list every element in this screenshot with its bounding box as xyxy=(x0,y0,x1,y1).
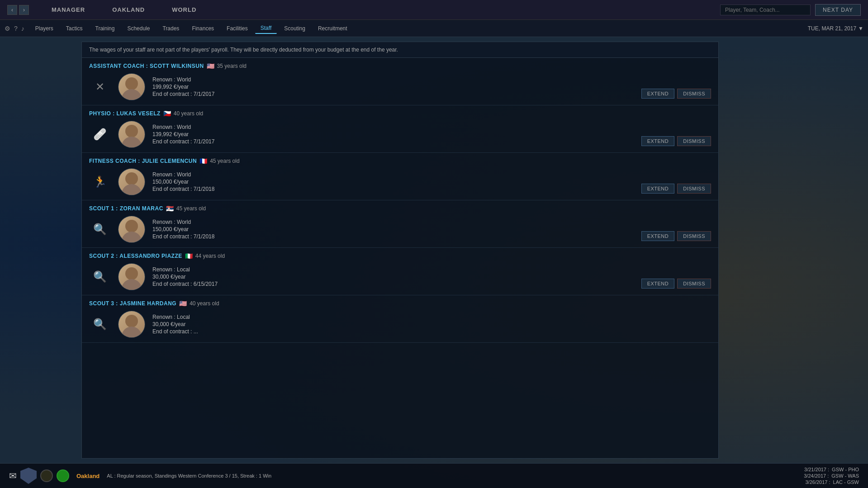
tab-trades[interactable]: Trades xyxy=(157,24,185,33)
staff-actions-physio: EXTEND DISMISS xyxy=(641,136,711,146)
league-status: AL : Regular season, Standings Western C… xyxy=(107,473,271,479)
bottom-right: 3/21/2017 : GSW - PHO 3/24/2017 : GSW - … xyxy=(804,467,859,485)
nav-forward-button[interactable]: › xyxy=(19,5,29,15)
staff-item-scout1: SCOUT 1 : ZORAN MARAC 🇷🇸 45 years old 🔍 … xyxy=(82,200,718,248)
staff-contract-scout3: End of contract : ... xyxy=(152,328,198,335)
staff-renown-scout3: Renown : Local xyxy=(152,314,198,320)
staff-actions-scout1: EXTEND DISMISS xyxy=(641,231,711,241)
staff-actions-assistant-coach: EXTEND DISMISS xyxy=(641,89,711,99)
staff-contract-fitness-coach: End of contract : 7/1/2018 xyxy=(152,186,214,192)
extend-button-scout2[interactable]: EXTEND xyxy=(641,279,675,289)
match-row-2: 3/24/2017 : GSW - WAS xyxy=(804,473,859,479)
staff-body-scout1: 🔍 Renown : World 150,000 €/year End of c… xyxy=(89,216,711,243)
staff-renown-fitness-coach: Renown : World xyxy=(152,171,214,178)
tab-facilities[interactable]: Facilities xyxy=(221,24,253,33)
bottom-bar: ✉ Oakland AL : Regular season, Standings… xyxy=(0,463,868,488)
match-teams-2: GSW - WAS xyxy=(831,473,859,479)
staff-age-scout2: 44 years old xyxy=(195,253,225,259)
avatar-face-fitness-coach xyxy=(119,169,145,195)
match-teams-3: LAC - GSW xyxy=(833,479,859,485)
staff-body-physio: 🩹 Renown : World 139,992 €/year End of c… xyxy=(89,121,711,148)
extend-button-assistant-coach[interactable]: EXTEND xyxy=(641,89,675,99)
tab-finances[interactable]: Finances xyxy=(186,24,219,33)
staff-avatar-fitness-coach xyxy=(118,168,145,195)
settings-icon[interactable]: ⚙ xyxy=(5,25,10,32)
staff-contract-scout2: End of contract : 6/15/2017 xyxy=(152,281,218,287)
staff-header-physio: PHYSIO : LUKAS VESELZ 🇨🇿 40 years old xyxy=(89,110,711,117)
staff-salary-fitness-coach: 150,000 €/year xyxy=(152,179,214,185)
staff-role-name-scout2: SCOUT 2 : ALESSANDRO PIAZZE xyxy=(89,253,182,259)
circle-dark-icon xyxy=(40,469,53,482)
staff-renown-scout1: Renown : World xyxy=(152,219,214,225)
staff-flag-scout3: 🇺🇸 xyxy=(179,300,187,307)
avatar-face-scout3 xyxy=(119,311,145,337)
staff-salary-physio: 139,992 €/year xyxy=(152,131,214,137)
mail-icon[interactable]: ✉ xyxy=(9,470,17,481)
staff-flag-fitness-coach: 🇫🇷 xyxy=(199,157,207,165)
extend-button-fitness-coach[interactable]: EXTEND xyxy=(641,184,675,194)
nav-oakland[interactable]: OAKLAND xyxy=(99,6,158,13)
staff-info-assistant-coach: Renown : World 199,992 €/year End of con… xyxy=(152,76,214,97)
tab-schedule[interactable]: Schedule xyxy=(122,24,155,33)
match-row-3: 3/26/2017 : LAC - GSW xyxy=(805,479,859,485)
staff-info-scout1: Renown : World 150,000 €/year End of con… xyxy=(152,219,214,240)
staff-salary-scout1: 150,000 €/year xyxy=(152,226,214,232)
team-name: Oakland xyxy=(76,473,100,479)
avatar-face-assistant-coach xyxy=(119,74,145,100)
wages-notice: The wages of your staff are not part of … xyxy=(82,42,718,58)
extend-button-physio[interactable]: EXTEND xyxy=(641,136,675,146)
staff-renown-assistant-coach: Renown : World xyxy=(152,76,214,83)
next-day-button[interactable]: NEXT DAY xyxy=(815,4,861,16)
staff-flag-assistant-coach: 🇺🇸 xyxy=(207,62,214,70)
music-icon[interactable]: ♪ xyxy=(21,25,24,32)
staff-age-scout1: 45 years old xyxy=(176,205,206,212)
secondary-nav: ⚙ ? ♪ Players Tactics Training Schedule … xyxy=(0,20,868,37)
dismiss-button-assistant-coach[interactable]: DISMISS xyxy=(677,89,711,99)
top-nav: ‹ › MANAGER OAKLAND WORLD NEXT DAY xyxy=(0,0,868,20)
staff-info-scout2: Renown : Local 30,000 €/year End of cont… xyxy=(152,266,218,287)
search-input[interactable] xyxy=(720,5,811,15)
staff-age-scout3: 40 years old xyxy=(190,300,219,307)
staff-avatar-scout1 xyxy=(118,216,145,243)
staff-contract-scout1: End of contract : 7/1/2018 xyxy=(152,233,214,240)
dismiss-button-scout2[interactable]: DISMISS xyxy=(677,279,711,289)
staff-salary-scout2: 30,000 €/year xyxy=(152,274,218,280)
nav-manager[interactable]: MANAGER xyxy=(38,6,99,13)
staff-role-icon-scout2: 🔍 xyxy=(89,266,111,288)
staff-header-scout1: SCOUT 1 : ZORAN MARAC 🇷🇸 45 years old xyxy=(89,205,711,212)
staff-role-name-fitness-coach: FITNESS COACH : JULIE CLEMENCUN xyxy=(89,158,197,164)
tab-tactics[interactable]: Tactics xyxy=(61,24,88,33)
staff-flag-scout1: 🇷🇸 xyxy=(166,205,174,212)
staff-role-icon-scout1: 🔍 xyxy=(89,218,111,240)
extend-button-scout1[interactable]: EXTEND xyxy=(641,231,675,241)
dismiss-button-physio[interactable]: DISMISS xyxy=(677,136,711,146)
tab-recruitment[interactable]: Recruitment xyxy=(313,24,353,33)
tab-staff[interactable]: Staff xyxy=(255,23,277,34)
tab-scouting[interactable]: Scouting xyxy=(279,24,311,33)
staff-avatar-scout2 xyxy=(118,263,145,290)
date-display: TUE, MAR 21, 2017 ▼ xyxy=(808,25,863,32)
staff-body-scout2: 🔍 Renown : Local 30,000 €/year End of co… xyxy=(89,263,711,290)
staff-item-scout3: SCOUT 3 : JASMINE HARDANG 🇺🇸 40 years ol… xyxy=(82,295,718,343)
staff-actions-scout2: EXTEND DISMISS xyxy=(641,279,711,289)
top-nav-sections: MANAGER OAKLAND WORLD xyxy=(38,6,720,13)
staff-avatar-physio xyxy=(118,121,145,148)
match-row-1: 3/21/2017 : GSW - PHO xyxy=(804,467,859,472)
nav-back-button[interactable]: ‹ xyxy=(7,5,17,15)
match-date-1: 3/21/2017 : xyxy=(804,467,829,472)
dismiss-button-scout1[interactable]: DISMISS xyxy=(677,231,711,241)
staff-body-scout3: 🔍 Renown : Local 30,000 €/year End of co… xyxy=(89,311,711,338)
staff-item-assistant-coach: ASSISTANT COACH : SCOTT WILKINSUN 🇺🇸 35 … xyxy=(82,58,718,105)
staff-header-assistant-coach: ASSISTANT COACH : SCOTT WILKINSUN 🇺🇸 35 … xyxy=(89,62,711,70)
tab-training[interactable]: Training xyxy=(90,24,120,33)
tab-players[interactable]: Players xyxy=(30,24,59,33)
shield-icon[interactable] xyxy=(20,468,37,484)
help-icon[interactable]: ? xyxy=(14,25,18,32)
staff-age-assistant-coach: 35 years old xyxy=(217,63,247,69)
staff-role-icon-scout3: 🔍 xyxy=(89,313,111,335)
staff-flag-scout2: 🇮🇹 xyxy=(185,252,193,260)
nav-world[interactable]: WORLD xyxy=(158,6,210,13)
staff-header-scout3: SCOUT 3 : JASMINE HARDANG 🇺🇸 40 years ol… xyxy=(89,300,711,307)
dismiss-button-fitness-coach[interactable]: DISMISS xyxy=(677,184,711,194)
staff-renown-physio: Renown : World xyxy=(152,124,214,130)
